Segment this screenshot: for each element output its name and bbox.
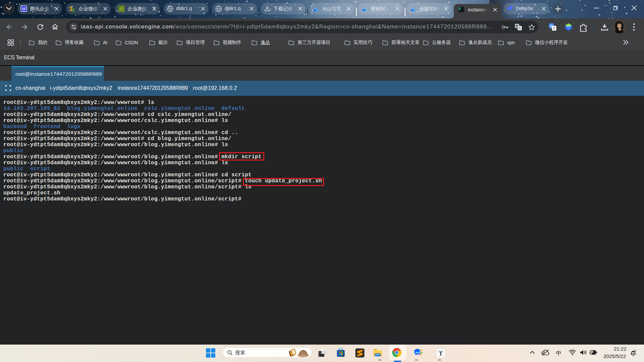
svg-text:du: du: [23, 9, 25, 11]
svg-text:2: 2: [72, 7, 75, 12]
svg-text:历: 历: [119, 7, 124, 11]
svg-text:文: 文: [552, 26, 556, 30]
svg-text:z: z: [634, 349, 636, 352]
svg-text:文: 文: [518, 26, 521, 30]
